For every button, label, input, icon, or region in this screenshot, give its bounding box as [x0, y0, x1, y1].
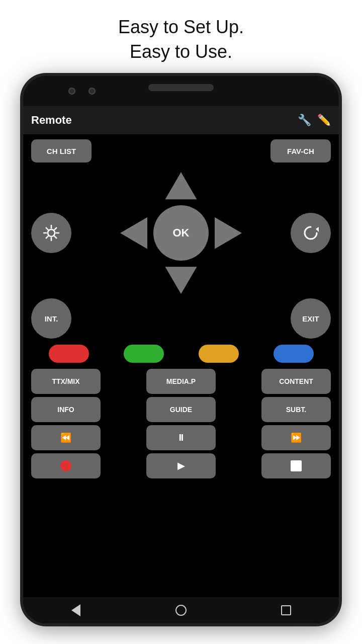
record-button[interactable] [31, 453, 101, 478]
wrench-icon[interactable]: 🔧 [298, 114, 311, 127]
notch-pill [148, 84, 214, 91]
replay-button[interactable] [291, 213, 331, 253]
edit-icon[interactable]: ✏️ [317, 114, 331, 127]
fav-ch-button[interactable]: FAV-CH [270, 139, 331, 163]
svg-marker-9 [316, 227, 319, 232]
int-button[interactable]: INT. [31, 298, 71, 339]
blue-button[interactable] [274, 345, 314, 363]
camera-left [68, 88, 75, 95]
svg-line-6 [54, 236, 56, 238]
phone-notch [23, 76, 339, 106]
stop-button[interactable] [261, 453, 331, 478]
app-header: Remote 🔧 ✏️ [23, 106, 339, 134]
record-dot [60, 460, 71, 471]
home-icon [175, 605, 187, 616]
yellow-button[interactable] [199, 345, 239, 363]
phone-shell: Remote 🔧 ✏️ CH LIST FAV-CH [20, 73, 342, 626]
exit-button[interactable]: EXIT [291, 298, 331, 339]
red-button[interactable] [49, 345, 89, 363]
guide-button[interactable]: GUIDE [146, 397, 216, 422]
row-ttx-media-content: TTX/MIX MEDIA.P CONTENT [31, 369, 331, 394]
svg-line-8 [46, 236, 48, 238]
stop-square [291, 460, 302, 471]
remote-body: CH LIST FAV-CH [23, 134, 339, 597]
recent-icon [281, 605, 291, 615]
nav-bar [23, 597, 339, 623]
gear-icon [40, 222, 62, 244]
back-nav-button[interactable] [61, 600, 91, 620]
headline-line1: Easy to Set Up. [118, 17, 244, 37]
rewind-button[interactable]: ⏪ [31, 425, 101, 450]
fast-forward-button[interactable]: ⏩ [261, 425, 331, 450]
dpad-center: OK [116, 168, 246, 298]
headline-line2: Easy to Use. [130, 41, 232, 62]
home-nav-button[interactable] [166, 600, 196, 620]
recent-nav-button[interactable] [271, 600, 301, 620]
row-ch-buttons: CH LIST FAV-CH [31, 139, 331, 163]
content-button[interactable]: CONTENT [261, 369, 331, 394]
side-button [340, 177, 342, 207]
green-button[interactable] [124, 345, 164, 363]
color-buttons-row [31, 345, 331, 363]
pause-button[interactable]: ⏸ [146, 425, 216, 450]
header-icons: 🔧 ✏️ [298, 114, 331, 127]
row-media-controls: ⏪ ⏸ ⏩ [31, 425, 331, 450]
ok-button[interactable]: OK [153, 205, 209, 261]
svg-point-0 [48, 229, 55, 236]
ttx-mix-button[interactable]: TTX/MIX [31, 369, 101, 394]
row-info-guide-subt: INFO GUIDE SUBT. [31, 397, 331, 422]
subt-button[interactable]: SUBT. [261, 397, 331, 422]
headline: Easy to Set Up. Easy to Use. [118, 15, 244, 64]
row-record-play-stop: ▶ [31, 453, 331, 478]
dpad-row: OK [31, 168, 331, 298]
camera-right [88, 88, 96, 95]
phone-screen: Remote 🔧 ✏️ CH LIST FAV-CH [23, 106, 339, 623]
row-int-exit: INT. EXIT [31, 298, 331, 339]
settings-button[interactable] [31, 213, 71, 253]
play-button[interactable]: ▶ [146, 453, 216, 478]
replay-icon [301, 223, 321, 243]
info-button[interactable]: INFO [31, 397, 101, 422]
svg-line-7 [54, 228, 56, 230]
ch-list-button[interactable]: CH LIST [31, 139, 92, 163]
svg-line-5 [46, 228, 48, 230]
app-title: Remote [31, 114, 72, 127]
back-icon [71, 604, 80, 616]
media-p-button[interactable]: MEDIA.P [146, 369, 216, 394]
